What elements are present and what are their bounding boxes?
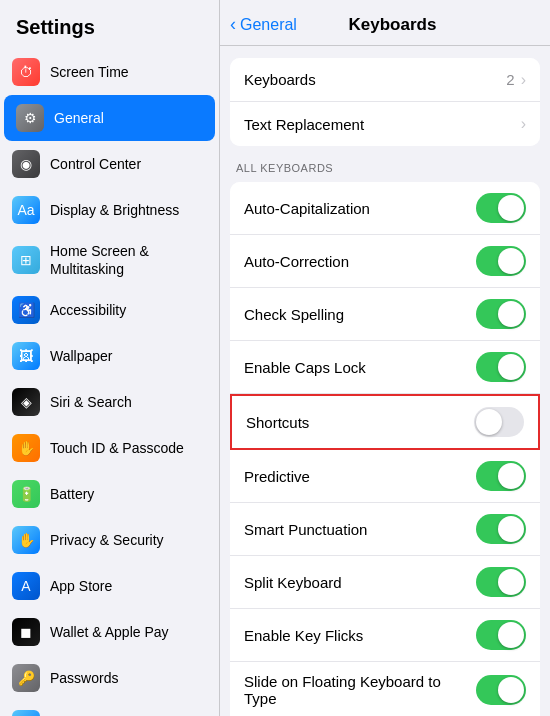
keyboards-label: Keyboards	[244, 71, 316, 88]
auto-cap-row[interactable]: Auto-Capitalization	[230, 182, 540, 235]
general-label: General	[54, 109, 104, 127]
auto-correct-toggle[interactable]	[476, 246, 526, 276]
smart-punctuation-label: Smart Punctuation	[244, 521, 367, 538]
sidebar-item-appstore[interactable]: AApp Store	[0, 563, 219, 609]
battery-label: Battery	[50, 485, 94, 503]
key-flicks-label: Enable Key Flicks	[244, 627, 363, 644]
check-spelling-label: Check Spelling	[244, 306, 344, 323]
sidebar-item-general[interactable]: ⚙General	[4, 95, 215, 141]
text-replacement-right: ›	[521, 115, 526, 133]
panel-header: ‹ General Keyboards	[220, 0, 550, 46]
appstore-icon: A	[12, 572, 40, 600]
predictive-toggle-thumb	[498, 463, 524, 489]
split-keyboard-row[interactable]: Split Keyboard	[230, 556, 540, 609]
main-panel: ‹ General Keyboards Keyboards 2 › Text R…	[220, 0, 550, 716]
sidebar-item-wallet[interactable]: ◼Wallet & Apple Pay	[0, 609, 219, 655]
floating-keyboard-toggle[interactable]	[476, 675, 526, 705]
sidebar-item-accessibility[interactable]: ♿Accessibility	[0, 287, 219, 333]
smart-punctuation-row[interactable]: Smart Punctuation	[230, 503, 540, 556]
keyboards-value: 2	[506, 71, 514, 88]
auto-correct-row[interactable]: Auto-Correction	[230, 235, 540, 288]
check-spelling-toggle[interactable]	[476, 299, 526, 329]
predictive-row[interactable]: Predictive	[230, 450, 540, 503]
sidebar-item-touchid[interactable]: ✋Touch ID & Passcode	[0, 425, 219, 471]
control-center-label: Control Center	[50, 155, 141, 173]
sidebar-item-display[interactable]: AaDisplay & Brightness	[0, 187, 219, 233]
mail-icon: ✉	[12, 710, 40, 716]
auto-cap-toggle[interactable]	[476, 193, 526, 223]
caps-lock-label: Enable Caps Lock	[244, 359, 366, 376]
text-replacement-label: Text Replacement	[244, 116, 364, 133]
accessibility-label: Accessibility	[50, 301, 126, 319]
sidebar-title: Settings	[0, 0, 219, 49]
shortcuts-toggle-thumb	[476, 409, 502, 435]
keyboard-rows-card: Auto-CapitalizationAuto-CorrectionCheck …	[230, 182, 540, 716]
display-icon: Aa	[12, 196, 40, 224]
shortcuts-toggle[interactable]	[474, 407, 524, 437]
sidebar-item-passwords[interactable]: 🔑Passwords	[0, 655, 219, 701]
all-keyboards-label: ALL KEYBOARDS	[220, 150, 550, 178]
back-label: General	[240, 16, 297, 34]
keyboards-right: 2 ›	[506, 71, 526, 89]
sidebar-item-mail[interactable]: ✉Mail	[0, 701, 219, 716]
wallpaper-label: Wallpaper	[50, 347, 113, 365]
panel-title: Keyboards	[301, 15, 484, 35]
sidebar-item-homescreen[interactable]: ⊞Home Screen & Multitasking	[0, 233, 219, 287]
key-flicks-row[interactable]: Enable Key Flicks	[230, 609, 540, 662]
split-keyboard-toggle[interactable]	[476, 567, 526, 597]
check-spelling-toggle-thumb	[498, 301, 524, 327]
display-label: Display & Brightness	[50, 201, 179, 219]
sidebar-item-wallpaper[interactable]: 🖼Wallpaper	[0, 333, 219, 379]
text-replacement-row[interactable]: Text Replacement ›	[230, 102, 540, 146]
predictive-toggle[interactable]	[476, 461, 526, 491]
sidebar-item-siri[interactable]: ◈Siri & Search	[0, 379, 219, 425]
caps-lock-row[interactable]: Enable Caps Lock	[230, 341, 540, 394]
caps-lock-toggle[interactable]	[476, 352, 526, 382]
battery-icon: 🔋	[12, 480, 40, 508]
passwords-label: Passwords	[50, 669, 118, 687]
floating-keyboard-row[interactable]: Slide on Floating Keyboard to Type	[230, 662, 540, 716]
auto-cap-label: Auto-Capitalization	[244, 200, 370, 217]
back-button[interactable]: ‹ General	[230, 14, 297, 35]
floating-keyboard-label: Slide on Floating Keyboard to Type	[244, 673, 476, 707]
homescreen-label: Home Screen & Multitasking	[50, 242, 207, 278]
shortcuts-label: Shortcuts	[246, 414, 309, 431]
smart-punctuation-toggle[interactable]	[476, 514, 526, 544]
split-keyboard-label: Split Keyboard	[244, 574, 342, 591]
sidebar-item-control-center[interactable]: ◉Control Center	[0, 141, 219, 187]
siri-label: Siri & Search	[50, 393, 132, 411]
smart-punctuation-toggle-thumb	[498, 516, 524, 542]
auto-correct-toggle-thumb	[498, 248, 524, 274]
appstore-label: App Store	[50, 577, 112, 595]
keyboards-chevron: ›	[521, 71, 526, 89]
screen-time-icon: ⏱	[12, 58, 40, 86]
floating-keyboard-toggle-thumb	[498, 677, 524, 703]
homescreen-icon: ⊞	[12, 246, 40, 274]
siri-icon: ◈	[12, 388, 40, 416]
accessibility-icon: ♿	[12, 296, 40, 324]
auto-cap-toggle-thumb	[498, 195, 524, 221]
wallet-label: Wallet & Apple Pay	[50, 623, 169, 641]
auto-correct-label: Auto-Correction	[244, 253, 349, 270]
top-rows-card: Keyboards 2 › Text Replacement ›	[230, 58, 540, 146]
sidebar-item-battery[interactable]: 🔋Battery	[0, 471, 219, 517]
privacy-icon: ✋	[12, 526, 40, 554]
predictive-label: Predictive	[244, 468, 310, 485]
check-spelling-row[interactable]: Check Spelling	[230, 288, 540, 341]
caps-lock-toggle-thumb	[498, 354, 524, 380]
key-flicks-toggle[interactable]	[476, 620, 526, 650]
control-center-icon: ◉	[12, 150, 40, 178]
touchid-icon: ✋	[12, 434, 40, 462]
split-keyboard-toggle-thumb	[498, 569, 524, 595]
sidebar-item-screen-time[interactable]: ⏱Screen Time	[0, 49, 219, 95]
wallet-icon: ◼	[12, 618, 40, 646]
key-flicks-toggle-thumb	[498, 622, 524, 648]
touchid-label: Touch ID & Passcode	[50, 439, 184, 457]
wallpaper-icon: 🖼	[12, 342, 40, 370]
sidebar-item-privacy[interactable]: ✋Privacy & Security	[0, 517, 219, 563]
shortcuts-row[interactable]: Shortcuts	[230, 394, 540, 450]
general-icon: ⚙	[16, 104, 44, 132]
sidebar: Settings ⏱Screen Time⚙General◉Control Ce…	[0, 0, 220, 716]
back-chevron-icon: ‹	[230, 14, 236, 35]
keyboards-row[interactable]: Keyboards 2 ›	[230, 58, 540, 102]
